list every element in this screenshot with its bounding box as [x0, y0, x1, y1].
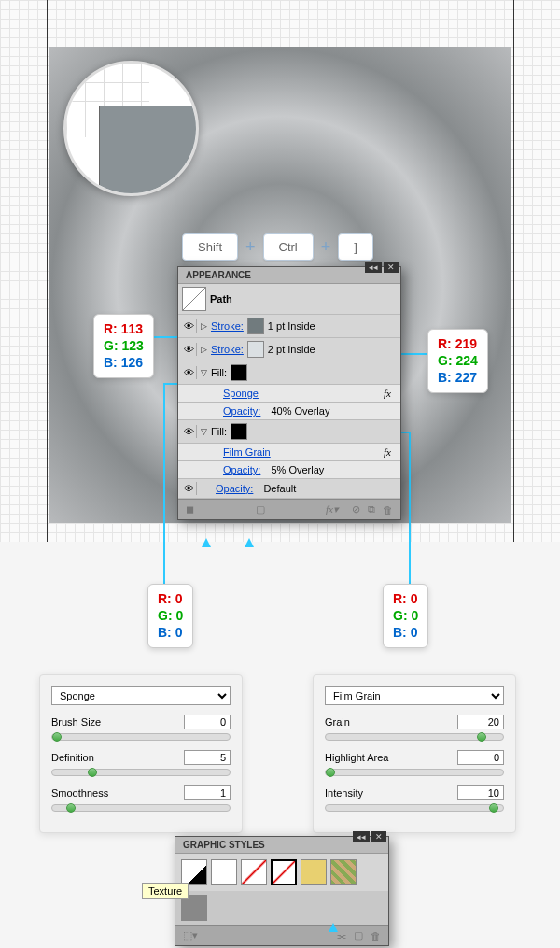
collapse-icon[interactable]: ◂◂ — [365, 262, 382, 273]
slider-handle[interactable] — [52, 732, 62, 742]
rgb-callout-stroke1: R: 113G: 123B: 126 — [93, 314, 154, 378]
opacity-row[interactable]: Opacity: 40% Overlay — [178, 403, 400, 420]
slider-handle[interactable] — [489, 803, 498, 813]
fill-row-1[interactable]: 👁 ▽ Fill: — [178, 361, 400, 385]
stroke-row-2[interactable]: 👁 ▷ Stroke: 2 pt Inside — [178, 338, 400, 361]
visibility-icon[interactable]: 👁 — [182, 425, 197, 438]
param-label: Intensity — [325, 787, 363, 799]
slider[interactable] — [325, 733, 504, 741]
style-swatch[interactable] — [241, 859, 267, 885]
chevron-down-icon[interactable]: ▽ — [201, 368, 207, 377]
effect-select[interactable]: Sponge — [51, 686, 231, 705]
rgb-callout-stroke2: R: 219G: 224B: 227 — [427, 329, 488, 393]
key-bracket: ] — [338, 233, 373, 261]
chevron-right-icon[interactable]: ▷ — [201, 321, 207, 331]
slider-handle[interactable] — [88, 768, 97, 777]
slider-handle[interactable] — [66, 803, 76, 813]
break-link-icon[interactable]: ⬚▾ — [183, 929, 198, 941]
filmgrain-settings: Film Grain GrainHighlight AreaIntensity — [313, 674, 516, 833]
visibility-icon[interactable]: 👁 — [182, 366, 197, 379]
param-label: Brush Size — [51, 716, 101, 728]
style-swatch[interactable] — [301, 859, 327, 885]
style-swatch[interactable] — [211, 859, 237, 885]
param-label: Highlight Area — [325, 752, 389, 763]
slider[interactable] — [51, 733, 231, 741]
guide-left — [47, 0, 48, 542]
style-swatch[interactable] — [181, 859, 207, 885]
style-swatch[interactable] — [330, 859, 357, 885]
fx-icon: fx — [384, 446, 397, 458]
opacity-row[interactable]: Opacity: 5% Overlay — [178, 461, 400, 479]
style-swatch[interactable] — [271, 859, 297, 885]
fill-row-2[interactable]: 👁 ▽ Fill: — [178, 420, 400, 444]
trash-icon[interactable]: 🗑 — [371, 930, 381, 941]
keyboard-shortcut: Shift + Ctrl + ] — [182, 233, 373, 261]
visibility-icon[interactable]: 👁 — [182, 319, 197, 333]
sponge-settings: Sponge Brush SizeDefinitionSmoothness — [39, 674, 243, 833]
param-input[interactable] — [184, 750, 231, 765]
collapse-icon[interactable]: ◂◂ — [353, 831, 370, 842]
param-label: Smoothness — [51, 787, 108, 799]
param-label: Grain — [325, 716, 350, 728]
param-input[interactable] — [184, 715, 231, 729]
close-icon[interactable]: ✕ — [371, 831, 386, 842]
fx-button[interactable]: fx▾ — [326, 503, 344, 516]
guide-right — [513, 0, 514, 542]
chevron-down-icon[interactable]: ▽ — [201, 427, 207, 436]
graphic-styles-panel: ◂◂✕ GRAPHIC STYLES ⬚▾ ⫘ ▢ 🗑 — [175, 836, 389, 946]
path-row[interactable]: Path — [178, 284, 400, 315]
slider-handle[interactable] — [326, 768, 335, 777]
plus-icon: + — [245, 237, 256, 257]
panel-footer: ⬚▾ ⫘ ▢ 🗑 — [175, 925, 388, 945]
visibility-icon[interactable]: 👁 — [182, 482, 197, 495]
slider[interactable] — [51, 769, 231, 776]
clear-icon[interactable]: ⊘ — [352, 503, 360, 516]
close-icon[interactable]: ✕ — [384, 262, 399, 273]
chevron-right-icon[interactable]: ▷ — [201, 345, 207, 354]
styles-grid — [175, 854, 388, 891]
slider[interactable] — [51, 804, 231, 812]
key-ctrl: Ctrl — [263, 233, 314, 261]
slider-handle[interactable] — [477, 732, 486, 742]
appearance-panel: ◂◂✕ APPEARANCE Path 👁 ▷ Stroke: 1 pt Ins… — [177, 266, 401, 520]
stroke-row-1[interactable]: 👁 ▷ Stroke: 1 pt Inside — [178, 315, 400, 338]
key-shift: Shift — [182, 233, 238, 261]
slider[interactable] — [325, 769, 504, 776]
sponge-effect-row[interactable]: Sponge fx — [178, 385, 400, 403]
tooltip: Texture — [142, 883, 189, 899]
param-input[interactable] — [457, 715, 504, 729]
duplicate-icon[interactable]: ⧉ — [368, 503, 375, 516]
trash-icon[interactable]: 🗑 — [383, 504, 393, 516]
param-label: Definition — [51, 752, 94, 763]
param-input[interactable] — [457, 750, 504, 765]
effect-select[interactable]: Film Grain — [325, 686, 504, 705]
new-fill-icon[interactable]: ◼ — [186, 503, 194, 516]
new-stroke-icon[interactable]: ▢ — [256, 503, 265, 516]
param-input[interactable] — [457, 785, 504, 800]
param-input[interactable] — [184, 785, 231, 800]
plus-icon: + — [321, 237, 331, 257]
default-opacity-row[interactable]: 👁 Opacity: Default — [178, 479, 400, 499]
visibility-icon[interactable]: 👁 — [182, 343, 197, 356]
zoom-circle — [63, 61, 199, 196]
rgb-callout-fill1: R: 0G: 0B: 0 — [147, 584, 193, 648]
panel-footer: ◼ ▢ fx▾ ⊘ ⧉ 🗑 — [178, 499, 400, 519]
filmgrain-effect-row[interactable]: Film Grain fx — [178, 444, 400, 461]
fx-icon: fx — [384, 388, 397, 399]
slider[interactable] — [325, 804, 504, 812]
new-style-icon[interactable]: ▢ — [354, 929, 363, 941]
rgb-callout-fill2: R: 0G: 0B: 0 — [383, 584, 428, 648]
